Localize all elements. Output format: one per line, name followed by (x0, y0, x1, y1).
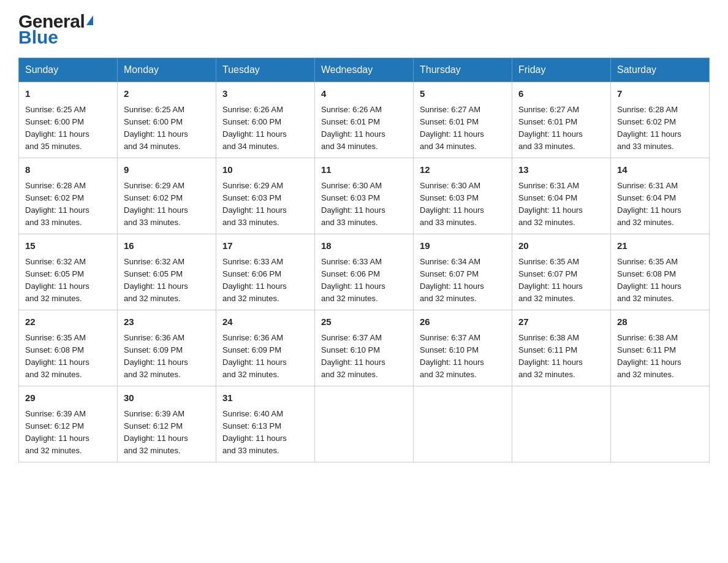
day-number: 28 (617, 315, 703, 329)
day-number: 13 (518, 163, 604, 177)
calendar-week-row: 29 Sunrise: 6:39 AMSunset: 6:12 PMDaylig… (19, 386, 710, 462)
calendar-cell: 5 Sunrise: 6:27 AMSunset: 6:01 PMDayligh… (414, 82, 512, 158)
day-info: Sunrise: 6:37 AMSunset: 6:10 PMDaylight:… (321, 333, 385, 379)
calendar-header-row: SundayMondayTuesdayWednesdayThursdayFrid… (19, 58, 710, 82)
day-number: 14 (617, 163, 703, 177)
calendar-week-row: 22 Sunrise: 6:35 AMSunset: 6:08 PMDaylig… (19, 310, 710, 386)
calendar-cell: 21 Sunrise: 6:35 AMSunset: 6:08 PMDaylig… (611, 234, 710, 310)
day-number: 22 (25, 315, 111, 329)
page-header: General Blue (18, 12, 710, 47)
day-number: 15 (25, 239, 111, 253)
calendar-cell: 1 Sunrise: 6:25 AMSunset: 6:00 PMDayligh… (19, 82, 118, 158)
col-header-thursday: Thursday (414, 58, 512, 82)
col-header-monday: Monday (118, 58, 216, 82)
calendar-cell: 8 Sunrise: 6:28 AMSunset: 6:02 PMDayligh… (19, 158, 118, 234)
day-number: 17 (222, 239, 308, 253)
day-number: 2 (124, 87, 210, 101)
day-number: 26 (420, 315, 506, 329)
col-header-sunday: Sunday (19, 58, 118, 82)
col-header-saturday: Saturday (611, 58, 710, 82)
day-info: Sunrise: 6:38 AMSunset: 6:11 PMDaylight:… (518, 333, 583, 379)
day-info: Sunrise: 6:26 AMSunset: 6:01 PMDaylight:… (321, 105, 385, 151)
day-info: Sunrise: 6:25 AMSunset: 6:00 PMDaylight:… (124, 105, 188, 151)
day-number: 9 (124, 163, 210, 177)
day-number: 19 (420, 239, 506, 253)
day-info: Sunrise: 6:36 AMSunset: 6:09 PMDaylight:… (124, 333, 188, 379)
day-info: Sunrise: 6:27 AMSunset: 6:01 PMDaylight:… (518, 105, 583, 151)
day-info: Sunrise: 6:26 AMSunset: 6:00 PMDaylight:… (222, 105, 287, 151)
col-header-wednesday: Wednesday (315, 58, 414, 82)
calendar-table: SundayMondayTuesdayWednesdayThursdayFrid… (18, 58, 710, 462)
calendar-cell: 20 Sunrise: 6:35 AMSunset: 6:07 PMDaylig… (512, 234, 611, 310)
calendar-cell: 12 Sunrise: 6:30 AMSunset: 6:03 PMDaylig… (414, 158, 512, 234)
day-info: Sunrise: 6:33 AMSunset: 6:06 PMDaylight:… (321, 257, 385, 303)
col-header-tuesday: Tuesday (216, 58, 315, 82)
day-info: Sunrise: 6:38 AMSunset: 6:11 PMDaylight:… (617, 333, 681, 379)
day-info: Sunrise: 6:25 AMSunset: 6:00 PMDaylight:… (25, 105, 89, 151)
day-info: Sunrise: 6:27 AMSunset: 6:01 PMDaylight:… (420, 105, 484, 151)
calendar-cell (512, 386, 611, 462)
day-number: 29 (25, 391, 111, 405)
col-header-friday: Friday (512, 58, 611, 82)
day-number: 24 (222, 315, 308, 329)
calendar-cell: 10 Sunrise: 6:29 AMSunset: 6:03 PMDaylig… (216, 158, 315, 234)
day-info: Sunrise: 6:36 AMSunset: 6:09 PMDaylight:… (222, 333, 287, 379)
calendar-cell: 29 Sunrise: 6:39 AMSunset: 6:12 PMDaylig… (19, 386, 118, 462)
day-info: Sunrise: 6:28 AMSunset: 6:02 PMDaylight:… (25, 181, 89, 227)
calendar-cell: 23 Sunrise: 6:36 AMSunset: 6:09 PMDaylig… (118, 310, 216, 386)
calendar-cell: 13 Sunrise: 6:31 AMSunset: 6:04 PMDaylig… (512, 158, 611, 234)
calendar-week-row: 8 Sunrise: 6:28 AMSunset: 6:02 PMDayligh… (19, 158, 710, 234)
day-number: 18 (321, 239, 407, 253)
calendar-cell: 27 Sunrise: 6:38 AMSunset: 6:11 PMDaylig… (512, 310, 611, 386)
calendar-cell: 4 Sunrise: 6:26 AMSunset: 6:01 PMDayligh… (315, 82, 414, 158)
calendar-cell (611, 386, 710, 462)
day-info: Sunrise: 6:35 AMSunset: 6:08 PMDaylight:… (617, 257, 681, 303)
day-number: 20 (518, 239, 604, 253)
day-info: Sunrise: 6:30 AMSunset: 6:03 PMDaylight:… (321, 181, 385, 227)
day-number: 4 (321, 87, 407, 101)
calendar-cell: 3 Sunrise: 6:26 AMSunset: 6:00 PMDayligh… (216, 82, 315, 158)
logo-triangle-icon (86, 15, 93, 25)
calendar-cell: 22 Sunrise: 6:35 AMSunset: 6:08 PMDaylig… (19, 310, 118, 386)
calendar-cell: 17 Sunrise: 6:33 AMSunset: 6:06 PMDaylig… (216, 234, 315, 310)
day-number: 31 (222, 391, 308, 405)
day-number: 25 (321, 315, 407, 329)
day-number: 30 (124, 391, 210, 405)
calendar-cell: 25 Sunrise: 6:37 AMSunset: 6:10 PMDaylig… (315, 310, 414, 386)
day-info: Sunrise: 6:37 AMSunset: 6:10 PMDaylight:… (420, 333, 484, 379)
day-number: 8 (25, 163, 111, 177)
day-info: Sunrise: 6:29 AMSunset: 6:03 PMDaylight:… (222, 181, 287, 227)
day-info: Sunrise: 6:40 AMSunset: 6:13 PMDaylight:… (222, 409, 287, 455)
day-info: Sunrise: 6:39 AMSunset: 6:12 PMDaylight:… (124, 409, 188, 455)
calendar-cell: 9 Sunrise: 6:29 AMSunset: 6:02 PMDayligh… (118, 158, 216, 234)
day-info: Sunrise: 6:35 AMSunset: 6:07 PMDaylight:… (518, 257, 583, 303)
calendar-cell: 30 Sunrise: 6:39 AMSunset: 6:12 PMDaylig… (118, 386, 216, 462)
day-info: Sunrise: 6:34 AMSunset: 6:07 PMDaylight:… (420, 257, 484, 303)
calendar-cell: 7 Sunrise: 6:28 AMSunset: 6:02 PMDayligh… (611, 82, 710, 158)
calendar-cell: 26 Sunrise: 6:37 AMSunset: 6:10 PMDaylig… (414, 310, 512, 386)
calendar-cell: 24 Sunrise: 6:36 AMSunset: 6:09 PMDaylig… (216, 310, 315, 386)
day-number: 10 (222, 163, 308, 177)
calendar-week-row: 1 Sunrise: 6:25 AMSunset: 6:00 PMDayligh… (19, 82, 710, 158)
day-info: Sunrise: 6:35 AMSunset: 6:08 PMDaylight:… (25, 333, 89, 379)
calendar-cell: 11 Sunrise: 6:30 AMSunset: 6:03 PMDaylig… (315, 158, 414, 234)
calendar-cell: 14 Sunrise: 6:31 AMSunset: 6:04 PMDaylig… (611, 158, 710, 234)
calendar-cell: 28 Sunrise: 6:38 AMSunset: 6:11 PMDaylig… (611, 310, 710, 386)
calendar-cell: 15 Sunrise: 6:32 AMSunset: 6:05 PMDaylig… (19, 234, 118, 310)
day-info: Sunrise: 6:31 AMSunset: 6:04 PMDaylight:… (617, 181, 681, 227)
calendar-week-row: 15 Sunrise: 6:32 AMSunset: 6:05 PMDaylig… (19, 234, 710, 310)
day-number: 6 (518, 87, 604, 101)
day-info: Sunrise: 6:32 AMSunset: 6:05 PMDaylight:… (25, 257, 89, 303)
day-number: 23 (124, 315, 210, 329)
day-number: 27 (518, 315, 604, 329)
day-info: Sunrise: 6:29 AMSunset: 6:02 PMDaylight:… (124, 181, 188, 227)
day-number: 7 (617, 87, 703, 101)
logo: General Blue (18, 12, 93, 47)
day-info: Sunrise: 6:33 AMSunset: 6:06 PMDaylight:… (222, 257, 287, 303)
day-number: 21 (617, 239, 703, 253)
day-info: Sunrise: 6:39 AMSunset: 6:12 PMDaylight:… (25, 409, 89, 455)
logo-text-blue: Blue (18, 28, 58, 47)
day-number: 1 (25, 87, 111, 101)
day-number: 3 (222, 87, 308, 101)
calendar-cell: 19 Sunrise: 6:34 AMSunset: 6:07 PMDaylig… (414, 234, 512, 310)
